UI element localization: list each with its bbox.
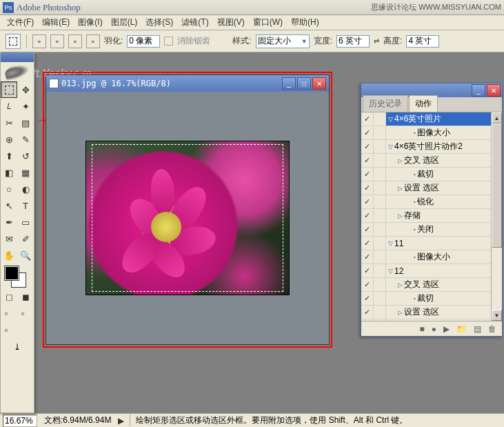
- document-canvas[interactable]: [46, 92, 329, 344]
- disclosure-icon[interactable]: ▷: [396, 309, 404, 316]
- pen-tool[interactable]: ✒: [1, 214, 17, 230]
- toggle-check[interactable]: ✓: [361, 140, 374, 153]
- toggle-check[interactable]: ✓: [361, 223, 374, 236]
- dialog-toggle[interactable]: [374, 278, 386, 291]
- scroll-up-icon[interactable]: ▲: [492, 112, 502, 123]
- toggle-check[interactable]: ✓: [361, 319, 374, 321]
- menu-image[interactable]: 图像(I): [74, 15, 106, 30]
- toggle-check[interactable]: ✓: [361, 195, 374, 208]
- selection-new-icon[interactable]: ▫: [32, 34, 46, 48]
- stop-icon[interactable]: ■: [420, 324, 425, 334]
- action-row[interactable]: ✓•裁切: [361, 292, 502, 306]
- disclosure-icon[interactable]: ▽: [386, 116, 394, 123]
- selection-subtract-icon[interactable]: ▫: [68, 34, 82, 48]
- slice-tool[interactable]: ▨: [17, 115, 34, 131]
- disclosure-icon[interactable]: ▷: [396, 185, 404, 192]
- action-row[interactable]: ✓▽12: [361, 264, 502, 278]
- action-row[interactable]: ✓▷交叉 选区: [361, 278, 502, 292]
- foreground-color[interactable]: [5, 266, 19, 280]
- move-tool[interactable]: ✥: [17, 81, 34, 98]
- feather-input[interactable]: [127, 35, 160, 48]
- action-row[interactable]: ✓▷存储: [361, 209, 502, 223]
- toggle-check[interactable]: ✓: [361, 209, 374, 222]
- color-swatch[interactable]: [1, 264, 34, 288]
- disclosure-icon[interactable]: ▷: [396, 281, 404, 288]
- action-row[interactable]: ✓•锐化: [361, 195, 502, 209]
- menu-view[interactable]: 视图(V): [213, 15, 249, 30]
- action-row[interactable]: ✓•关闭: [361, 223, 502, 237]
- tab-history[interactable]: 历史记录: [363, 95, 408, 112]
- dialog-toggle[interactable]: [374, 237, 386, 250]
- toggle-check[interactable]: ✓: [361, 154, 374, 167]
- eyedropper-tool[interactable]: ✐: [17, 230, 34, 247]
- stamp-tool[interactable]: ⬆: [1, 148, 17, 164]
- disclosure-icon[interactable]: ▽: [386, 240, 394, 247]
- height-input[interactable]: [406, 35, 439, 48]
- actions-list[interactable]: ✓▽4×6英寸照片✓•图像大小✓▽4×6英寸照片动作2✓▷交叉 选区✓•裁切✓▷…: [361, 112, 502, 321]
- menu-filter[interactable]: 滤镜(T): [177, 15, 212, 30]
- selection-add-icon[interactable]: ▫: [50, 34, 64, 48]
- action-row[interactable]: ✓•锐化: [361, 319, 502, 321]
- disclosure-icon[interactable]: ▽: [386, 143, 394, 150]
- toggle-check[interactable]: ✓: [361, 264, 374, 277]
- dialog-toggle[interactable]: [374, 209, 386, 222]
- toggle-check[interactable]: ✓: [361, 278, 374, 291]
- toggle-check[interactable]: ✓: [361, 292, 374, 305]
- dialog-toggle[interactable]: [374, 306, 386, 319]
- action-row[interactable]: ✓▷设置 选区: [361, 306, 502, 319]
- menu-edit[interactable]: 编辑(E): [38, 15, 74, 30]
- toggle-check[interactable]: ✓: [361, 168, 374, 181]
- doc-size-info[interactable]: 文档:6.94M/6.94M: [40, 414, 115, 427]
- type-tool[interactable]: T: [17, 197, 34, 214]
- panel-close-button[interactable]: ✕: [487, 84, 501, 97]
- action-row[interactable]: ✓▽4×6英寸照片: [361, 112, 502, 126]
- panel-minimize-button[interactable]: _: [472, 84, 485, 97]
- new-action-icon[interactable]: ▤: [474, 324, 481, 334]
- maximize-button[interactable]: □: [297, 77, 311, 90]
- toggle-check[interactable]: ✓: [361, 126, 374, 139]
- menu-layer[interactable]: 图层(L): [107, 15, 142, 30]
- crop-tool[interactable]: ✂: [1, 115, 17, 131]
- toggle-check[interactable]: ✓: [361, 306, 374, 319]
- lasso-tool[interactable]: 𝘓: [1, 98, 17, 115]
- tab-actions[interactable]: 动作: [409, 95, 438, 112]
- dialog-toggle[interactable]: [374, 195, 386, 208]
- brush-tool[interactable]: ✎: [17, 131, 34, 148]
- dialog-toggle[interactable]: [374, 319, 386, 321]
- screen-mode-3-icon[interactable]: ▫: [1, 321, 12, 338]
- hand-tool[interactable]: ✋: [1, 247, 17, 264]
- standard-mode-icon[interactable]: ◻: [1, 288, 17, 305]
- menu-file[interactable]: 文件(F): [3, 15, 38, 30]
- gradient-tool[interactable]: ▦: [17, 164, 34, 181]
- disclosure-icon[interactable]: ▽: [386, 268, 394, 275]
- document-titlebar[interactable]: 013.jpg @ 16.7%(RGB/8) _ □ ✕: [46, 75, 329, 92]
- close-button[interactable]: ✕: [312, 77, 326, 90]
- dialog-toggle[interactable]: [374, 223, 386, 236]
- screen-mode-1-icon[interactable]: ▫: [1, 305, 12, 321]
- jump-to-imageready-icon[interactable]: ⤓: [1, 338, 34, 356]
- dialog-toggle[interactable]: [374, 264, 386, 277]
- minimize-button[interactable]: _: [282, 77, 296, 90]
- dialog-toggle[interactable]: [374, 140, 386, 153]
- scrollbar[interactable]: ▲ ▼: [491, 112, 502, 321]
- selection-intersect-icon[interactable]: ▫: [86, 34, 100, 48]
- heal-tool[interactable]: ⊕: [1, 131, 17, 148]
- dialog-toggle[interactable]: [374, 292, 386, 305]
- new-set-icon[interactable]: 📁: [456, 324, 467, 334]
- toggle-check[interactable]: ✓: [361, 250, 374, 264]
- swap-icon[interactable]: ⇄: [374, 37, 379, 45]
- width-input[interactable]: [336, 35, 370, 48]
- action-row[interactable]: ✓▷交叉 选区: [361, 154, 502, 168]
- action-row[interactable]: ✓▽4×6英寸照片动作2: [361, 140, 502, 154]
- dodge-tool[interactable]: ◐: [17, 181, 34, 197]
- zoom-tool[interactable]: 🔍: [17, 247, 34, 264]
- dialog-toggle[interactable]: [374, 126, 386, 139]
- style-select[interactable]: 固定大小 ▼: [256, 34, 310, 48]
- menu-help[interactable]: 帮助(H): [287, 15, 323, 30]
- quickmask-mode-icon[interactable]: ◼: [17, 288, 34, 305]
- menu-window[interactable]: 窗口(W): [249, 15, 287, 30]
- blur-tool[interactable]: ○: [1, 181, 17, 197]
- zoom-level[interactable]: 16.67%: [3, 415, 37, 427]
- scroll-down-icon[interactable]: ▼: [492, 310, 502, 321]
- action-row[interactable]: ✓•图像大小: [361, 126, 502, 140]
